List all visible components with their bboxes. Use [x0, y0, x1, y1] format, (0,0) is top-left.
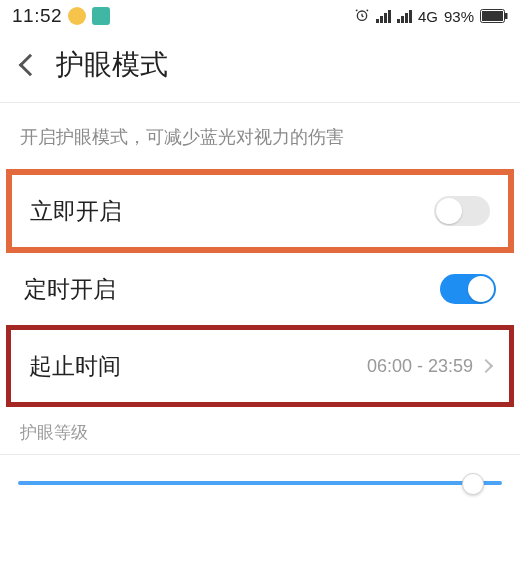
page-header: 护眼模式	[0, 32, 520, 102]
enable-now-toggle[interactable]	[434, 196, 490, 226]
mode-description: 开启护眼模式，可减少蓝光对视力的伤害	[0, 103, 520, 169]
status-right: 4G 93%	[354, 7, 508, 26]
row-time-range[interactable]: 起止时间 06:00 - 23:59	[11, 330, 509, 402]
time-range-value: 06:00 - 23:59	[367, 356, 473, 377]
page-title: 护眼模式	[56, 46, 168, 84]
time-range-label: 起止时间	[29, 351, 121, 382]
highlight-enable-now: 立即开启	[6, 169, 514, 253]
status-app-icon	[92, 7, 110, 25]
status-bar: 11:52 4G 93%	[0, 0, 520, 32]
level-section-label: 护眼等级	[0, 407, 520, 454]
chevron-right-icon	[479, 359, 493, 373]
slider-track	[18, 481, 502, 485]
signal-icon-2	[397, 9, 412, 23]
status-left: 11:52	[12, 5, 110, 27]
battery-icon	[480, 9, 508, 23]
alarm-icon	[354, 7, 370, 26]
status-indicator-icon	[68, 7, 86, 25]
status-clock: 11:52	[12, 5, 62, 27]
row-schedule[interactable]: 定时开启	[0, 253, 520, 325]
signal-icon	[376, 9, 391, 23]
row-enable-now[interactable]: 立即开启	[12, 175, 508, 247]
highlight-time-range: 起止时间 06:00 - 23:59	[6, 325, 514, 407]
slider-thumb[interactable]	[462, 473, 484, 495]
svg-rect-3	[505, 13, 508, 19]
schedule-label: 定时开启	[24, 274, 116, 305]
battery-pct: 93%	[444, 8, 474, 25]
svg-rect-2	[482, 11, 503, 21]
enable-now-label: 立即开启	[30, 196, 122, 227]
schedule-toggle[interactable]	[440, 274, 496, 304]
network-label: 4G	[418, 8, 438, 25]
level-slider[interactable]	[0, 455, 520, 515]
back-button[interactable]	[19, 54, 42, 77]
